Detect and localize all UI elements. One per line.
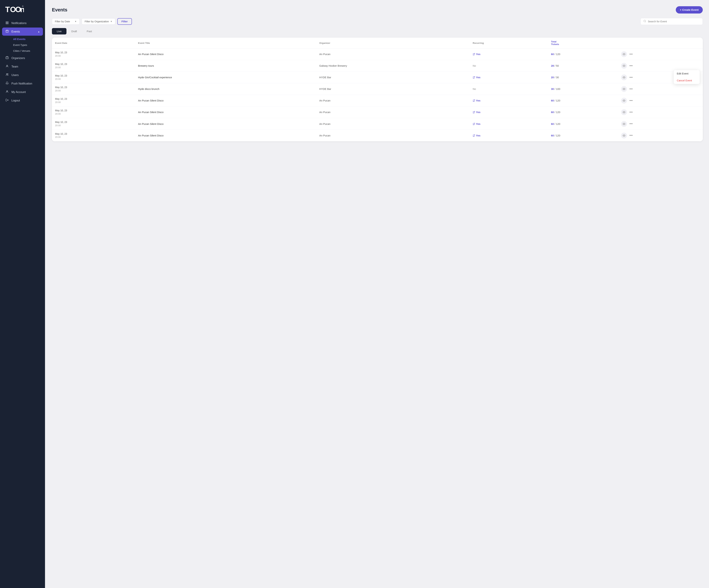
logout-icon — [5, 99, 9, 102]
team-icon — [5, 65, 9, 69]
svg-rect-10 — [6, 30, 8, 32]
users-icon — [5, 73, 9, 77]
tickets-sold[interactable]: 60 — [551, 134, 554, 137]
more-options-button[interactable]: ••• — [628, 52, 633, 57]
filter-org-chevron-icon: ▼ — [110, 20, 112, 23]
table-row: May 10, 23 20:00 An Pucan Silent Disco A… — [52, 118, 703, 130]
main-content: Events + Create Event Filter by Date ▼ F… — [45, 0, 709, 588]
sidebar-item-push-notification[interactable]: Push Notification — [2, 79, 43, 87]
filter-by-date-dropdown[interactable]: Filter by Date ▼ — [52, 18, 80, 25]
organizer-cell: An Pucan — [316, 95, 470, 106]
recurring-cell: No — [470, 83, 548, 95]
page-title: Events — [52, 7, 67, 12]
tickets-sold[interactable]: 60 — [551, 99, 554, 102]
organizer-cell: An Pucan — [316, 118, 470, 130]
actions-cell: ••• Edit Event Cancel Event — [618, 60, 703, 72]
svg-point-20 — [6, 91, 8, 92]
actions-cell: ••• — [618, 118, 703, 130]
sidebar-item-event-types[interactable]: Event Types — [11, 42, 43, 48]
more-options-button[interactable]: ••• — [628, 98, 633, 103]
tickets-total: / 120 — [555, 134, 560, 137]
event-date-cell: May 10, 23 20:00 — [52, 118, 135, 130]
view-event-button[interactable] — [621, 63, 627, 69]
sidebar-item-cities-venues[interactable]: Cities / Venues — [11, 48, 43, 54]
event-title-cell: Brewery tours — [135, 60, 316, 72]
events-submenu: All Events Event Types Cities / Venues — [2, 36, 43, 54]
sidebar-item-logout[interactable]: Logout — [2, 97, 43, 105]
sidebar-item-team-label: Team — [11, 65, 18, 68]
search-input[interactable] — [648, 20, 700, 23]
view-event-button[interactable] — [621, 86, 627, 92]
recurring-cell: Yes — [470, 118, 548, 130]
col-actions — [618, 37, 703, 49]
actions-cell: ••• — [618, 83, 703, 95]
sidebar-nav: Notifications Events ▲ All Events Event … — [0, 17, 45, 588]
sidebar-item-organizers[interactable]: Organizers — [2, 54, 43, 62]
event-title-cell: An Pucan Silent Disco — [135, 95, 316, 106]
more-options-button[interactable]: ••• — [628, 133, 633, 138]
sidebar-item-team[interactable]: Team — [2, 62, 43, 71]
svg-point-27 — [624, 88, 624, 90]
row-actions: ••• — [621, 133, 700, 138]
table-body: May 10, 23 20:00 An Pucan Silent Disco A… — [52, 49, 703, 141]
tickets-total: / 120 — [555, 111, 560, 113]
filter-button[interactable]: Filter — [117, 18, 132, 25]
context-menu: Edit Event Cancel Event — [674, 70, 700, 84]
event-date-cell: May 10, 23 20:00 — [52, 95, 135, 106]
event-date-cell: May 10, 23 20:00 — [52, 72, 135, 83]
tickets-sold[interactable]: 30 — [551, 87, 554, 91]
cancel-event-menu-item[interactable]: Cancel Event — [674, 77, 700, 84]
filter-by-org-dropdown[interactable]: Filter by Organization ▼ — [82, 18, 115, 25]
view-event-button[interactable] — [621, 51, 627, 57]
tab-draft[interactable]: Draft — [67, 28, 82, 34]
notifications-icon — [5, 21, 9, 25]
sidebar-item-events[interactable]: Events ▲ — [2, 28, 43, 36]
event-title-cell: An Pucan Silent Disco — [135, 106, 316, 118]
svg-point-24 — [624, 54, 624, 54]
more-options-button[interactable]: ••• — [628, 110, 633, 115]
row-actions: ••• — [621, 51, 700, 57]
logo-area: T O O n ® — [0, 0, 45, 17]
more-options-button[interactable]: ••• — [628, 63, 633, 69]
sidebar-item-all-events[interactable]: All Events — [11, 36, 43, 42]
event-title-cell: An Pucan Silent Disco — [135, 118, 316, 130]
event-date-cell: May 10, 23 20:00 — [52, 106, 135, 118]
tab-live[interactable]: Live — [52, 28, 67, 34]
view-event-button[interactable] — [621, 121, 627, 127]
toon-logo: T O O n ® — [5, 5, 24, 14]
view-event-button[interactable] — [621, 133, 627, 138]
events-chevron-icon: ▲ — [38, 30, 40, 33]
edit-event-menu-item[interactable]: Edit Event — [674, 70, 700, 77]
recurring-cell: Yes — [470, 72, 548, 83]
view-event-button[interactable] — [621, 109, 627, 115]
event-title-cell: An Pucan Silent Disco — [135, 130, 316, 141]
tickets-sold[interactable]: 60 — [551, 53, 554, 56]
sidebar: T O O n ® Notifications Events ▲ Al — [0, 0, 45, 588]
tickets-sold[interactable]: 20 — [551, 76, 554, 79]
sidebar-item-my-account[interactable]: My Account — [2, 88, 43, 96]
col-organizer: Organizer — [316, 37, 470, 49]
more-options-button[interactable]: ••• — [628, 86, 633, 92]
recurring-cell: Yes — [470, 95, 548, 106]
sidebar-item-users[interactable]: Users — [2, 71, 43, 79]
more-options-button[interactable]: ••• — [628, 121, 633, 126]
filters-row: Filter by Date ▼ Filter by Organization … — [52, 18, 703, 25]
event-title-cell: An Pucan Silent Disco — [135, 49, 316, 60]
tab-past[interactable]: Past — [82, 28, 97, 34]
my-account-icon — [5, 90, 9, 94]
organizer-cell: HYDE Bar — [316, 83, 470, 95]
tickets-sold[interactable]: 60 — [551, 111, 554, 113]
more-options-button[interactable]: ••• — [628, 75, 633, 80]
actions-cell: ••• — [618, 130, 703, 141]
sidebar-item-notifications[interactable]: Notifications — [2, 19, 43, 27]
view-event-button[interactable] — [621, 74, 627, 80]
create-event-button[interactable]: + Create Event — [676, 6, 703, 14]
tickets-sold[interactable]: 28 — [551, 65, 554, 67]
table-header: Event Date Event Title Organizer Recurri… — [52, 37, 703, 49]
tickets-sold[interactable]: 60 — [551, 123, 554, 125]
svg-text:®: ® — [22, 5, 24, 7]
tickets-total: / 50 — [555, 65, 559, 67]
row-actions: ••• — [621, 98, 700, 104]
view-event-button[interactable] — [621, 98, 627, 104]
tickets-total: / 100 — [555, 87, 560, 91]
